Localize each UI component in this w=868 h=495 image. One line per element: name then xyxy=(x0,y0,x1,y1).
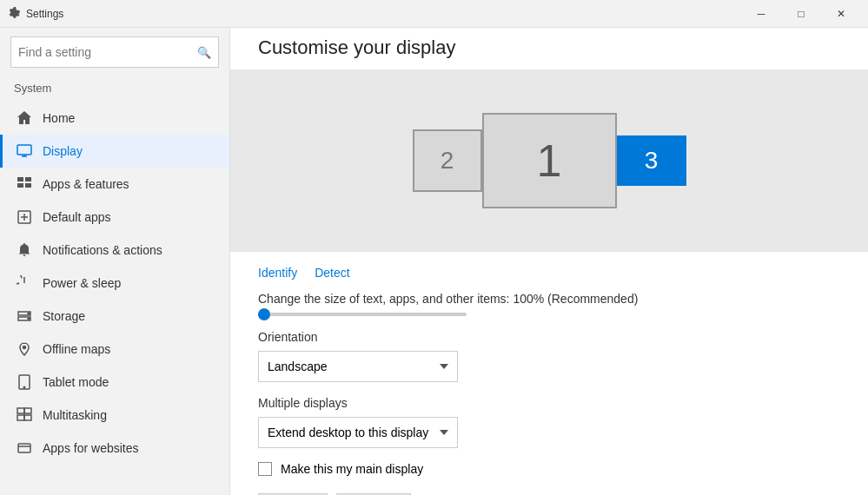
sidebar-item-apps-features[interactable]: Apps & features xyxy=(0,168,229,201)
svg-point-9 xyxy=(28,313,30,314)
scale-setting: Change the size of text, apps, and other… xyxy=(258,292,840,316)
main-display-checkbox[interactable] xyxy=(258,462,272,476)
sidebar-item-apps-websites[interactable]: Apps for websites xyxy=(0,432,229,465)
svg-rect-0 xyxy=(17,145,31,155)
display-icon xyxy=(17,143,32,159)
identify-button[interactable]: Identify xyxy=(258,266,297,280)
orientation-setting: Orientation Landscape Portrait Landscape… xyxy=(258,330,840,382)
svg-rect-17 xyxy=(24,415,31,420)
sidebar-item-display[interactable]: Display xyxy=(0,135,229,168)
search-input[interactable] xyxy=(18,45,197,59)
sidebar-item-tablet-mode[interactable]: Tablet mode xyxy=(0,366,229,399)
sidebar-label-tablet: Tablet mode xyxy=(43,375,109,389)
sidebar-label-apps-web: Apps for websites xyxy=(43,441,139,455)
sidebar-label-home: Home xyxy=(43,111,75,125)
sidebar-label-power: Power & sleep xyxy=(43,276,121,290)
maximize-button[interactable]: □ xyxy=(781,0,821,28)
sidebar-item-power-sleep[interactable]: Power & sleep xyxy=(0,267,229,300)
monitor-2-label: 2 xyxy=(441,147,454,175)
apps-web-icon xyxy=(17,440,32,456)
notifications-icon xyxy=(17,242,32,258)
sidebar-item-default-apps[interactable]: Default apps xyxy=(0,201,229,234)
sidebar-label-display: Display xyxy=(43,144,83,158)
sidebar-label-default-apps: Default apps xyxy=(43,210,111,224)
app-container: 🔍 System Home Display Apps & features xyxy=(0,28,868,495)
main-display-checkbox-row: Make this my main display xyxy=(258,462,840,476)
orientation-dropdown[interactable]: Landscape Portrait Landscape (flipped) P… xyxy=(258,351,458,382)
titlebar-left: Settings xyxy=(7,7,63,21)
orientation-label: Orientation xyxy=(258,330,840,344)
scale-label: Change the size of text, apps, and other… xyxy=(258,292,840,306)
titlebar-title: Settings xyxy=(26,8,63,20)
monitor-2[interactable]: 2 xyxy=(413,129,482,192)
sidebar-label-maps: Offline maps xyxy=(43,342,110,356)
monitor-1[interactable]: 1 xyxy=(482,113,617,208)
sidebar-item-offline-maps[interactable]: Offline maps xyxy=(0,333,229,366)
detect-button[interactable]: Detect xyxy=(315,266,349,280)
multitasking-icon xyxy=(17,407,32,423)
sidebar-label-apps: Apps & features xyxy=(43,177,129,191)
svg-rect-4 xyxy=(25,183,31,188)
svg-rect-2 xyxy=(25,177,31,182)
close-button[interactable]: ✕ xyxy=(821,0,861,28)
sidebar-item-notifications[interactable]: Notifications & actions xyxy=(0,234,229,267)
sidebar-label-multitasking: Multitasking xyxy=(43,408,107,422)
page-title: Customise your display xyxy=(230,28,868,59)
sidebar-item-storage[interactable]: Storage xyxy=(0,300,229,333)
main-display-label: Make this my main display xyxy=(281,462,423,476)
svg-rect-1 xyxy=(17,177,23,182)
monitor-3[interactable]: 3 xyxy=(617,135,686,186)
svg-point-10 xyxy=(28,318,30,320)
svg-rect-16 xyxy=(17,415,24,420)
multiple-displays-label: Multiple displays xyxy=(258,396,840,410)
multiple-displays-setting: Multiple displays Extend desktop to this… xyxy=(258,396,840,448)
main-content: Customise your display 2 1 3 Identify De… xyxy=(230,28,868,495)
svg-rect-15 xyxy=(24,408,31,413)
svg-rect-18 xyxy=(18,444,30,452)
search-icon: 🔍 xyxy=(197,46,211,59)
monitor-1-label: 1 xyxy=(537,135,562,187)
storage-icon xyxy=(17,308,32,324)
monitor-group: 2 1 3 xyxy=(413,113,686,208)
titlebar-controls: ─ □ ✕ xyxy=(741,0,861,28)
sidebar-label-storage: Storage xyxy=(43,309,85,323)
home-icon xyxy=(17,110,32,126)
links-row: Identify Detect xyxy=(230,266,868,280)
tablet-icon xyxy=(17,374,32,390)
monitor-3-label: 3 xyxy=(645,147,659,175)
svg-rect-3 xyxy=(17,183,23,188)
search-box: 🔍 xyxy=(10,36,219,68)
slider-container xyxy=(258,313,840,316)
svg-point-11 xyxy=(23,346,26,349)
sidebar-item-multitasking[interactable]: Multitasking xyxy=(0,399,229,432)
minimize-button[interactable]: ─ xyxy=(741,0,781,28)
settings-section: Change the size of text, apps, and other… xyxy=(230,292,868,495)
sidebar-label-notifications: Notifications & actions xyxy=(43,243,162,257)
power-icon xyxy=(17,275,32,291)
slider-thumb[interactable] xyxy=(258,308,270,320)
sidebar: 🔍 System Home Display Apps & features xyxy=(0,28,230,495)
apps-icon xyxy=(17,176,32,192)
titlebar: Settings ─ □ ✕ xyxy=(0,0,868,28)
svg-point-13 xyxy=(23,386,25,388)
display-preview: 2 1 3 xyxy=(230,69,868,252)
multiple-displays-dropdown[interactable]: Extend desktop to this display Duplicate… xyxy=(258,417,458,448)
scale-slider[interactable] xyxy=(258,313,467,316)
sidebar-item-home[interactable]: Home xyxy=(0,102,229,135)
system-label: System xyxy=(0,75,229,102)
settings-icon xyxy=(7,7,21,21)
maps-icon xyxy=(17,341,32,357)
default-apps-icon xyxy=(17,209,32,225)
svg-rect-14 xyxy=(17,408,24,413)
